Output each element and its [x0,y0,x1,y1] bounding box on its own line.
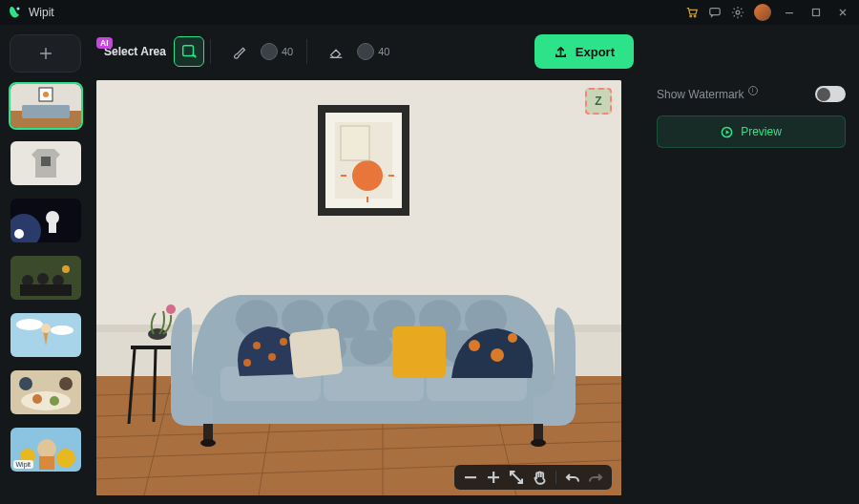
titlebar: Wipit [0,0,859,25]
size-dot-icon [357,43,374,60]
svg-point-57 [352,160,383,191]
toolbar-divider [210,39,211,64]
thumbnail-badge-icon [14,229,24,239]
svg-point-87 [253,342,261,349]
watermark-glyph: Z [595,94,601,108]
avatar[interactable] [754,4,771,21]
preview-button[interactable]: Preview [657,116,846,148]
svg-point-33 [59,377,73,390]
svg-rect-96 [465,476,476,478]
svg-point-1 [690,15,692,17]
svg-point-29 [21,391,71,410]
svg-point-93 [469,340,480,351]
svg-point-85 [200,439,216,447]
svg-point-90 [280,338,287,346]
brush-tool[interactable] [224,36,255,67]
svg-point-26 [51,326,73,335]
svg-rect-6 [813,10,820,16]
svg-rect-91 [289,327,344,378]
app-logo-icon [8,5,23,20]
fit-screen-button[interactable] [508,469,525,486]
thumbnail-astronaut[interactable] [10,199,81,242]
canvas-wrap: Z [96,80,639,495]
svg-point-36 [56,449,75,468]
svg-rect-5 [786,12,793,13]
brush-size-control[interactable]: 40 [261,43,293,60]
chat-icon[interactable] [708,6,722,19]
controls-divider [555,471,556,484]
svg-rect-39 [183,46,194,56]
svg-point-95 [508,333,517,343]
svg-rect-9 [22,105,70,118]
thumbnail-dining[interactable] [10,370,81,414]
svg-point-2 [694,15,696,17]
zoom-in-button[interactable] [485,469,502,486]
window-minimize-button[interactable] [781,4,798,21]
svg-text:+: + [193,52,197,60]
eraser-size-value: 40 [378,46,389,57]
svg-rect-98 [492,472,494,483]
detected-watermark-region[interactable]: Z [585,88,612,115]
window-close-button[interactable] [834,4,851,21]
thumbnail-room[interactable] [10,84,81,128]
eraser-size-control[interactable]: 40 [357,43,389,60]
canvas[interactable]: Z [96,80,621,495]
svg-rect-62 [341,126,369,160]
svg-rect-84 [534,424,543,441]
cart-icon[interactable] [685,6,699,19]
svg-point-32 [19,377,32,390]
thumbnail-watermark-badge: Wipit [13,460,34,469]
toolbar-divider [306,39,307,64]
thumbnail-graduation[interactable] [10,256,81,300]
rectangle-select-tool[interactable]: + [174,36,204,67]
svg-rect-13 [41,157,51,166]
pan-button[interactable] [531,469,548,486]
redo-button[interactable] [587,469,604,486]
svg-point-94 [491,348,504,362]
mode-selector[interactable]: AI Select Area [102,45,168,58]
svg-point-20 [37,273,49,284]
editor-area: AI Select Area + 40 [91,25,639,504]
thumbnail-sunflowers[interactable]: Wipit [10,428,81,472]
canvas-controls [454,465,612,490]
ai-badge: AI [96,37,113,49]
svg-rect-17 [49,221,56,233]
svg-rect-83 [203,424,213,441]
svg-point-25 [16,319,43,330]
svg-point-68 [166,304,176,314]
brush-size-value: 40 [282,46,293,57]
undo-button[interactable] [564,469,581,486]
export-button[interactable]: Export [534,34,634,69]
thumbnail-icecream[interactable] [10,313,81,357]
svg-point-30 [32,394,42,404]
thumbnail-list: Wipit [10,84,81,472]
svg-point-37 [37,439,56,458]
export-label: Export [576,45,615,59]
app-name: Wipit [29,6,54,19]
svg-point-88 [268,353,276,361]
svg-point-86 [531,439,546,447]
thumbnail-tshirt[interactable] [10,141,81,185]
add-image-button[interactable] [10,34,81,73]
svg-rect-22 [20,284,72,296]
window-maximize-button[interactable] [807,4,825,21]
svg-point-4 [736,10,740,14]
svg-point-23 [62,265,70,273]
size-dot-icon [261,43,278,60]
preview-label: Preview [741,125,782,138]
gear-icon[interactable] [731,6,744,19]
svg-rect-38 [39,456,54,470]
svg-line-66 [154,349,156,422]
show-watermark-toggle[interactable] [815,86,846,102]
svg-rect-92 [392,326,446,378]
svg-point-27 [41,324,51,333]
svg-point-0 [16,7,19,10]
svg-point-11 [43,92,49,97]
info-icon[interactable]: i [748,86,758,95]
zoom-out-button[interactable] [462,469,479,486]
svg-point-89 [243,359,251,367]
show-watermark-label: Show Watermark i [657,88,758,101]
eraser-tool[interactable] [321,36,351,67]
right-panel: Show Watermark i Preview [639,25,859,504]
sidebar: Wipit [0,25,91,504]
